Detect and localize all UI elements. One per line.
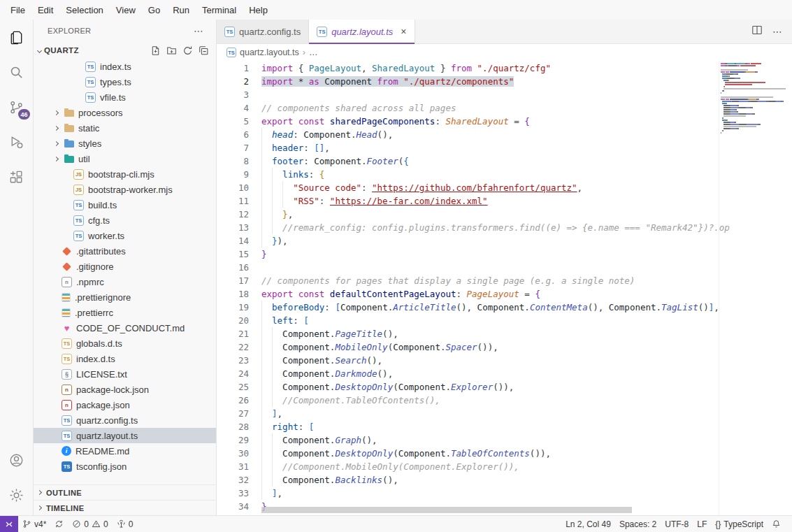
language-mode[interactable]: {}TypeScript (711, 516, 768, 532)
code-line[interactable]: 25 Component.DesktopOnly(Component.Explo… (217, 380, 792, 394)
tree-file-CODE_OF_CONDUCT.md[interactable]: ♥CODE_OF_CONDUCT.md (34, 320, 216, 336)
menu-item-go[interactable]: Go (142, 0, 166, 20)
code-line[interactable]: 2import * as Component from "./quartz/co… (217, 75, 792, 88)
code-line[interactable]: 9 links: { (217, 168, 792, 181)
code-line[interactable]: 33 ], (217, 487, 792, 500)
code-line[interactable]: 19 beforeBody: [Component.ArticleTitle()… (217, 301, 792, 314)
split-editor-button[interactable] (751, 24, 763, 38)
tree-file-vfile.ts[interactable]: TSvfile.ts (34, 89, 216, 105)
menu-item-file[interactable]: File (4, 0, 31, 20)
code-line[interactable]: 20 left: [ (217, 314, 792, 327)
cursor-position[interactable]: Ln 2, Col 49 (561, 516, 615, 532)
activity-extensions[interactable] (0, 159, 34, 194)
code-line[interactable]: 11 "RSS": "https://be-far.com/index.xml" (217, 194, 792, 208)
tree-file-cfg.ts[interactable]: TScfg.ts (34, 213, 216, 228)
tree-file-.prettierignore[interactable]: .prettierignore (34, 289, 216, 305)
code-line[interactable]: 27 ], (217, 407, 792, 420)
tree-file-package-lock.json[interactable]: npackage-lock.json (34, 382, 216, 397)
tree-file-bootstrap-cli.mjs[interactable]: JSbootstrap-cli.mjs (34, 166, 216, 182)
tree-file-index.d.ts[interactable]: TSindex.d.ts (34, 351, 216, 366)
code-line[interactable]: 10 "Source code": "https://github.com/bf… (217, 181, 792, 194)
section-quartz[interactable]: QUARTZ (34, 42, 216, 59)
sync-button[interactable] (50, 516, 68, 532)
editor[interactable]: 1import { PageLayout, SharedLayout } fro… (217, 61, 792, 515)
code-line[interactable]: 18export const defaultContentPageLayout:… (217, 287, 792, 301)
collapse-folders-button[interactable] (196, 43, 210, 57)
code-line[interactable]: 8 footer: Component.Footer({ (217, 154, 792, 168)
code-line[interactable]: 16 (217, 261, 792, 274)
code-line[interactable]: 26 //Component.TableOfContents(), (217, 394, 792, 407)
code-line[interactable]: 12 }, (217, 208, 792, 221)
new-folder-button[interactable] (164, 43, 178, 57)
code-line[interactable]: 17// components for pages that display a… (217, 274, 792, 287)
activity-explorer[interactable] (0, 20, 34, 55)
eol[interactable]: LF (693, 516, 711, 532)
close-icon[interactable]: × (401, 26, 406, 37)
code-line[interactable]: 13 //remark_config: config.plugins.trans… (217, 221, 792, 234)
code-line[interactable]: 4// components shared across all pages (217, 101, 792, 115)
code-line[interactable]: 31 //Component.MobileOnly(Component.Expl… (217, 460, 792, 473)
tree-file-LICENSE.txt[interactable]: §LICENSE.txt (34, 366, 216, 382)
breadcrumb-file[interactable]: quartz.layout.ts (240, 48, 299, 57)
scrollbar-slider[interactable] (261, 507, 632, 513)
tree-file-index.ts[interactable]: TSindex.ts (34, 59, 216, 74)
activity-search[interactable] (0, 55, 34, 89)
minimap[interactable] (721, 63, 788, 134)
tree-folder-styles[interactable]: styles (34, 136, 216, 151)
code-line[interactable]: 14 }), (217, 234, 792, 247)
code-line[interactable]: 24 Component.Darkmode(), (217, 367, 792, 380)
branch-status[interactable]: v4* (18, 516, 50, 532)
code-line[interactable]: 32 Component.Backlinks(), (217, 473, 792, 487)
problems[interactable]: 00 (68, 516, 112, 532)
code-line[interactable]: 23 Component.Search(), (217, 354, 792, 367)
tab-quartz.layout.ts[interactable]: TSquartz.layout.ts× (309, 20, 415, 43)
notifications[interactable] (768, 516, 785, 532)
menu-item-edit[interactable]: Edit (31, 0, 59, 20)
tree-file-quartz.config.ts[interactable]: TSquartz.config.ts (34, 412, 216, 428)
code-line[interactable]: 15} (217, 247, 792, 261)
menu-item-view[interactable]: View (110, 0, 142, 20)
code-line[interactable]: 29 Component.Graph(), (217, 433, 792, 447)
section-timeline[interactable]: TIMELINE (34, 500, 216, 515)
new-file-button[interactable] (148, 43, 162, 57)
tree-file-.gitignore[interactable]: .gitignore (34, 259, 216, 274)
tree-file-types.ts[interactable]: TStypes.ts (34, 74, 216, 89)
code-line[interactable]: 6 head: Component.Head(), (217, 128, 792, 141)
remote-indicator[interactable] (0, 516, 18, 532)
tree-file-build.ts[interactable]: TSbuild.ts (34, 197, 216, 213)
tree-file-package.json[interactable]: npackage.json (34, 397, 216, 412)
tree-file-bootstrap-worker.mjs[interactable]: JSbootstrap-worker.mjs (34, 182, 216, 197)
activity-run-debug[interactable] (0, 124, 34, 159)
tree-file-quartz.layout.ts[interactable]: TSquartz.layout.ts (34, 428, 216, 443)
tree-file-.npmrc[interactable]: n.npmrc (34, 274, 216, 289)
breadcrumb-more[interactable]: … (309, 48, 318, 57)
tree-folder-util[interactable]: util (34, 151, 216, 166)
indentation[interactable]: Spaces: 2 (615, 516, 661, 532)
menu-item-run[interactable]: Run (166, 0, 196, 20)
activity-settings[interactable] (0, 477, 34, 512)
tree-file-README.md[interactable]: iREADME.md (34, 443, 216, 459)
tree-file-tsconfig.json[interactable]: TStsconfig.json (34, 459, 216, 474)
code-line[interactable]: 7 header: [], (217, 141, 792, 154)
code-line[interactable]: 30 Component.DesktopOnly(Component.Table… (217, 447, 792, 460)
tree-folder-processors[interactable]: processors (34, 105, 216, 120)
tree-folder-static[interactable]: static (34, 120, 216, 136)
menu-item-help[interactable]: Help (243, 0, 274, 20)
horizontal-scrollbar[interactable] (261, 507, 751, 513)
activity-source-control[interactable]: 46 (0, 89, 34, 124)
code-line[interactable]: 5export const sharedPageComponents: Shar… (217, 115, 792, 128)
refresh-explorer-button[interactable] (180, 43, 194, 57)
breadcrumb[interactable]: TS quartz.layout.ts › … (217, 44, 792, 61)
code-line[interactable]: 22 Component.MobileOnly(Component.Spacer… (217, 340, 792, 354)
activity-accounts[interactable] (0, 443, 34, 477)
code-line[interactable]: 21 Component.PageTitle(), (217, 327, 792, 340)
encoding[interactable]: UTF-8 (661, 516, 693, 532)
code-line[interactable]: 1import { PageLayout, SharedLayout } fro… (217, 62, 792, 75)
tree-file-.gitattributes[interactable]: .gitattributes (34, 243, 216, 259)
menu-item-selection[interactable]: Selection (59, 0, 109, 20)
sidebar-more-button[interactable]: ⋯ (194, 25, 203, 36)
code-line[interactable]: 3 (217, 88, 792, 101)
menu-item-terminal[interactable]: Terminal (196, 0, 243, 20)
ports[interactable]: 0 (113, 516, 138, 532)
tree-file-worker.ts[interactable]: TSworker.ts (34, 228, 216, 243)
